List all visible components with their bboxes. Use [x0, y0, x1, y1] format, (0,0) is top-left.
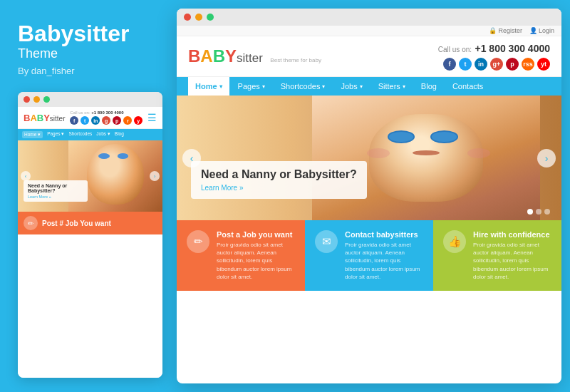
feature-card-contact: ✉ Contact babysitters Proir gravida odio…	[305, 220, 433, 291]
mini-chevron-left-icon[interactable]: ‹	[21, 171, 31, 181]
mini-nav: Home ▾ Pages ▾ Shortcodes Jobs ▾ Blog	[18, 129, 162, 140]
main-browser-titlebar	[177, 9, 561, 26]
mini-twitter-icon: t	[81, 116, 89, 125]
twitter-icon[interactable]: t	[459, 58, 472, 71]
hero-prev-button[interactable]: ‹	[182, 149, 201, 167]
main-hero-overlay: Need a Nanny or Babysitter? Learn More »	[191, 161, 367, 199]
rss-icon[interactable]: rss	[522, 58, 534, 71]
hero-dot-3[interactable]	[544, 209, 550, 215]
feature-cards: ✏ Post a Job you want Proir gravida odio…	[177, 220, 561, 291]
main-hero-title: Need a Nanny or Babysitter?	[201, 168, 357, 181]
hero-next-button[interactable]: ›	[537, 149, 556, 167]
mini-phone-label: Call us on: +1 800 300 4000	[70, 110, 142, 115]
feature-hire-content: Hire with confidence Proir gravida odio …	[473, 230, 551, 281]
googleplus-icon[interactable]: g+	[490, 58, 503, 71]
mini-browser-content: BABYsitter Call us on: +1 800 300 4000 f…	[18, 107, 162, 378]
login-link[interactable]: 👤 Login	[529, 27, 554, 34]
user-icon: 👤	[529, 27, 537, 34]
feature-contact-body: Proir gravida odio sit amet auctor aliqu…	[345, 241, 423, 281]
mini-chevron-right-icon[interactable]: ›	[150, 171, 160, 181]
mini-browser: BABYsitter Call us on: +1 800 300 4000 f…	[18, 92, 162, 378]
hero-dots	[527, 209, 550, 215]
login-label[interactable]: Login	[539, 27, 554, 34]
mini-dot-yellow	[33, 96, 40, 103]
mini-nav-blog: Blog	[115, 131, 124, 138]
nav-item-sitters[interactable]: Sitters ▾	[371, 77, 413, 96]
mini-post-icon: ✏	[24, 216, 38, 230]
nav-item-home[interactable]: Home ▾	[188, 77, 229, 96]
mini-menu-icon: ☰	[147, 112, 157, 123]
mini-facebook-icon: f	[70, 116, 78, 125]
mini-pinterest-icon: p	[113, 116, 121, 125]
feature-hire-body: Proir gravida odio sit amet auctor aliqu…	[473, 241, 551, 281]
main-logo: BABYsitter Best theme for baby	[188, 46, 321, 66]
mini-header-right: Call us on: +1 800 300 4000 f t in g p r…	[70, 110, 142, 125]
social-icons-row: f t in g+ p rss yt	[438, 58, 550, 71]
main-header-right: Call us on: +1 800 300 4000 f t in g+ p …	[438, 42, 550, 71]
call-label: Call us on: +1 800 300 4000	[438, 42, 550, 55]
register-icon-symbol: 🔒	[489, 27, 497, 34]
mini-browser-titlebar	[18, 92, 162, 107]
mini-rss-icon: r	[123, 116, 132, 125]
youtube-icon[interactable]: yt	[537, 58, 550, 71]
brand-title: Babysitter	[18, 21, 162, 46]
nav-item-shortcodes[interactable]: Shortcodes ▾	[274, 77, 333, 96]
mini-hero: Need a Nanny or Babysitter? Learn More »…	[18, 140, 162, 212]
main-site-header: BABYsitter Best theme for baby Call us o…	[177, 36, 561, 77]
mini-nav-shortcodes: Shortcodes	[68, 131, 92, 138]
hero-dot-1[interactable]	[527, 209, 533, 215]
mini-dot-green	[43, 96, 50, 103]
mini-nav-jobs: Jobs ▾	[96, 131, 110, 138]
feature-post-title: Post a Job you want	[217, 230, 295, 239]
main-dot-yellow	[195, 14, 202, 21]
mini-dot-red	[24, 96, 30, 103]
register-label[interactable]: Register	[498, 27, 522, 34]
nav-item-blog[interactable]: Blog	[414, 77, 444, 96]
linkedin-icon[interactable]: in	[475, 58, 487, 71]
mini-nav-pages: Pages ▾	[47, 131, 64, 138]
pinterest-icon[interactable]: p	[506, 58, 519, 71]
post-job-icon: ✏	[187, 230, 209, 253]
mini-hero-overlay: Need a Nanny or Babysitter? Learn More »	[24, 180, 88, 202]
feature-card-hire: 👍 Hire with confidence Proir gravida odi…	[433, 220, 561, 291]
mini-logo: BABYsitter	[24, 111, 66, 124]
feature-hire-title: Hire with confidence	[473, 230, 551, 239]
feature-contact-title: Contact babysitters	[345, 230, 423, 239]
mini-post-bar: ✏ Post # Job You want	[18, 212, 162, 234]
brand-subtitle: Theme	[18, 46, 162, 61]
facebook-icon[interactable]: f	[443, 58, 456, 71]
hero-dot-2[interactable]	[536, 209, 542, 215]
main-dot-green	[207, 14, 214, 21]
mini-site-header: BABYsitter Call us on: +1 800 300 4000 f…	[18, 107, 162, 129]
main-hero: Need a Nanny or Babysitter? Learn More »…	[177, 96, 561, 220]
nav-item-pages[interactable]: Pages ▾	[231, 77, 272, 96]
feature-post-content: Post a Job you want Proir gravida odio s…	[217, 230, 295, 281]
mini-linkedin-icon: in	[91, 116, 100, 125]
mini-hero-title: Need a Nanny or Babysitter?	[28, 183, 83, 193]
logo-tagline: Best theme for baby	[270, 57, 321, 63]
mini-social-row: f t in g p r y	[70, 116, 142, 125]
feature-post-body: Proir gravida odio sit amet auctor aliqu…	[217, 241, 295, 281]
main-dot-red	[184, 14, 191, 21]
mini-post-text: Post # Job You want	[42, 220, 111, 227]
mini-google-icon: g	[102, 116, 110, 125]
contact-icon: ✉	[315, 230, 338, 253]
feature-card-post: ✏ Post a Job you want Proir gravida odio…	[177, 220, 305, 291]
main-hero-baby	[312, 96, 540, 220]
right-panel: 🔒 Register 👤 Login BABYsitter Best theme…	[177, 0, 570, 392]
feature-contact-content: Contact babysitters Proir gravida odio s…	[345, 230, 423, 281]
main-browser: 🔒 Register 👤 Login BABYsitter Best theme…	[177, 9, 561, 383]
nav-item-contacts[interactable]: Contacts	[445, 77, 490, 96]
left-panel: Babysitter Theme By dan_fisher BABYsitte…	[0, 0, 177, 392]
mini-youtube-icon: y	[134, 116, 142, 125]
main-hero-link[interactable]: Learn More »	[201, 184, 357, 192]
mini-hero-link: Learn More »	[28, 195, 83, 199]
mini-nav-home: Home ▾	[22, 131, 43, 138]
hire-icon: 👍	[443, 230, 466, 253]
register-bar: 🔒 Register 👤 Login	[177, 26, 561, 36]
main-nav: Home ▾ Pages ▾ Shortcodes ▾ Jobs ▾ Sitte…	[177, 77, 561, 96]
register-icon: 🔒 Register	[489, 27, 522, 34]
brand-author: By dan_fisher	[18, 66, 162, 76]
nav-item-jobs[interactable]: Jobs ▾	[333, 77, 369, 96]
